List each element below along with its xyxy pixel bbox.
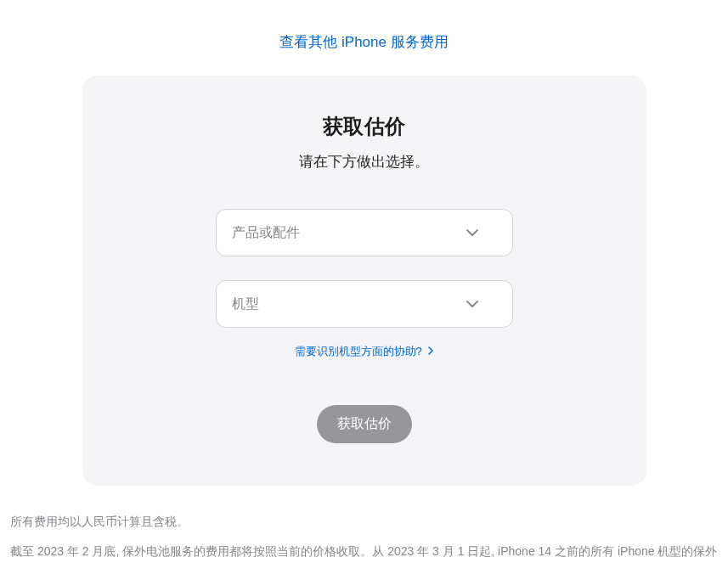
chevron-right-icon <box>428 345 433 358</box>
help-identify-link[interactable]: 需要识别机型方面的协助? <box>295 345 434 358</box>
model-select[interactable]: 机型 <box>216 280 513 328</box>
card-title: 获取估价 <box>116 113 612 140</box>
chevron-down-icon <box>466 301 478 307</box>
help-link-label: 需要识别机型方面的协助? <box>295 345 422 358</box>
estimate-card: 获取估价 请在下方做出选择。 产品或配件 机型 <box>82 76 646 486</box>
get-estimate-button[interactable]: 获取估价 <box>317 405 412 443</box>
product-select[interactable]: 产品或配件 <box>216 209 513 256</box>
footer-notes: 所有费用均以人民币计算且含税。 截至 2023 年 2 月底, 保外电池服务的费… <box>8 486 720 563</box>
other-services-link[interactable]: 查看其他 iPhone 服务费用 <box>279 34 448 50</box>
chevron-down-icon <box>466 229 478 236</box>
model-select-wrapper: 机型 <box>216 280 513 328</box>
footer-note-2: 截至 2023 年 2 月底, 保外电池服务的费用都将按照当前的价格收取。从 2… <box>10 539 718 563</box>
model-select-placeholder: 机型 <box>232 296 259 313</box>
product-select-placeholder: 产品或配件 <box>232 224 300 242</box>
top-link-wrapper: 查看其他 iPhone 服务费用 <box>8 0 720 76</box>
footer-note-2-prefix: 截至 2023 年 2 月底, 保外电池服务的费用都将按照当前的价格收取。从 2… <box>10 544 717 563</box>
help-link-wrapper: 需要识别机型方面的协助? <box>116 343 612 359</box>
footer-note-1: 所有费用均以人民币计算且含税。 <box>10 510 718 534</box>
card-subtitle: 请在下方做出选择。 <box>116 152 612 172</box>
product-select-wrapper: 产品或配件 <box>216 209 513 256</box>
